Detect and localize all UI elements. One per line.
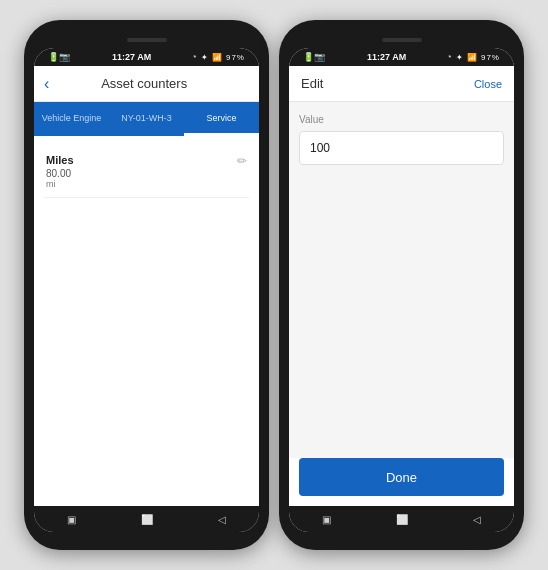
tab-vehicle-engine[interactable]: Vehicle Engine: [34, 102, 109, 136]
nav-square-icon-2[interactable]: ⬜: [396, 514, 408, 525]
value-input[interactable]: 100: [299, 131, 504, 165]
status-right-icons-2: * ✦ 📶 97%: [448, 53, 500, 62]
status-bar-2: 🔋📷 11:27 AM * ✦ 📶 97%: [289, 48, 514, 66]
status-time-1: 11:27 AM: [112, 52, 151, 62]
edit-nav-bar: Edit Close: [289, 66, 514, 102]
value-field-label: Value: [299, 114, 504, 125]
edit-counter-icon[interactable]: ✏: [237, 154, 247, 168]
counter-name: Miles: [46, 154, 74, 166]
nav-squares-icon-2[interactable]: ▣: [322, 514, 331, 525]
phone-speaker-2: [382, 38, 422, 42]
screen-1: 🔋📷 11:27 AM * ✦ 📶 97% ‹ Asset counters V…: [34, 48, 259, 532]
counter-unit: mi: [46, 179, 74, 189]
nav-squares-icon[interactable]: ▣: [67, 514, 76, 525]
done-button[interactable]: Done: [299, 458, 504, 496]
tab-service[interactable]: Service: [184, 102, 259, 136]
edit-content: Value 100: [289, 102, 514, 458]
status-bar-1: 🔋📷 11:27 AM * ✦ 📶 97%: [34, 48, 259, 66]
status-time-2: 11:27 AM: [367, 52, 406, 62]
phone-speaker: [127, 38, 167, 42]
counter-value: 80.00: [46, 168, 74, 179]
phone-1: 🔋📷 11:27 AM * ✦ 📶 97% ‹ Asset counters V…: [24, 20, 269, 550]
edit-title: Edit: [301, 76, 323, 91]
bottom-nav-1: ▣ ⬜ ◁: [34, 506, 259, 532]
status-left-icons: 🔋📷: [48, 52, 70, 62]
nav-bar-1: ‹ Asset counters: [34, 66, 259, 102]
status-left-icons-2: 🔋📷: [303, 52, 325, 62]
tab-bar-1: Vehicle Engine NY-01-WH-3 Service: [34, 102, 259, 136]
phone-2: 🔋📷 11:27 AM * ✦ 📶 97% Edit Close Value 1…: [279, 20, 524, 550]
screen-2: 🔋📷 11:27 AM * ✦ 📶 97% Edit Close Value 1…: [289, 48, 514, 532]
back-button[interactable]: ‹: [44, 75, 49, 93]
page-title-1: Asset counters: [57, 76, 231, 91]
nav-square-icon[interactable]: ⬜: [141, 514, 153, 525]
nav-back-icon-2[interactable]: ◁: [473, 514, 481, 525]
bottom-nav-2: ▣ ⬜ ◁: [289, 506, 514, 532]
content-area-1: Miles 80.00 mi ✏: [34, 136, 259, 506]
counter-info: Miles 80.00 mi: [46, 154, 74, 189]
close-button[interactable]: Close: [474, 78, 502, 90]
tab-ny-01-wh-3[interactable]: NY-01-WH-3: [109, 102, 184, 136]
status-right-icons-1: * ✦ 📶 97%: [193, 53, 245, 62]
nav-back-icon[interactable]: ◁: [218, 514, 226, 525]
counter-miles: Miles 80.00 mi ✏: [44, 146, 249, 198]
